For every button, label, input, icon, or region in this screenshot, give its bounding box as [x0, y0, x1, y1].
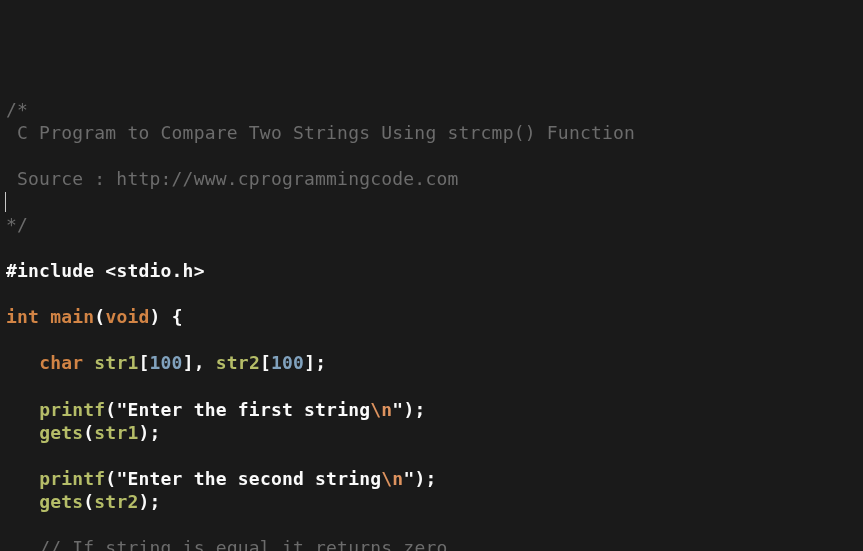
comment-open: /* — [6, 99, 28, 120]
include-header: <stdio.h> — [105, 260, 204, 281]
bracket-close: ] — [183, 352, 194, 373]
paren-close: ) — [403, 399, 414, 420]
paren-open: ( — [105, 399, 116, 420]
comment-close: */ — [6, 214, 28, 235]
paren-close: ) — [138, 491, 149, 512]
call-gets: gets — [39, 422, 83, 443]
text-cursor — [5, 192, 6, 212]
brace-open: { — [172, 306, 183, 327]
call-printf: printf — [39, 399, 105, 420]
comma: , — [194, 352, 205, 373]
paren-close: ) — [150, 306, 161, 327]
bracket-close: ] — [304, 352, 315, 373]
semicolon: ; — [414, 399, 425, 420]
identifier-str1: str1 — [94, 422, 138, 443]
semicolon: ; — [425, 468, 436, 489]
paren-close: ) — [138, 422, 149, 443]
string-first: "Enter the first string — [116, 399, 370, 420]
code-editor[interactable]: /* C Program to Compare Two Strings Usin… — [6, 98, 863, 551]
bracket-open: [ — [260, 352, 271, 373]
paren-open: ( — [83, 491, 94, 512]
call-gets: gets — [39, 491, 83, 512]
call-printf: printf — [39, 468, 105, 489]
bracket-open: [ — [138, 352, 149, 373]
escape-newline: \n — [370, 399, 392, 420]
paren-close: ) — [414, 468, 425, 489]
keyword-void: void — [105, 306, 149, 327]
number-100: 100 — [271, 352, 304, 373]
comment-inline: // If string is equal it returns zero — [39, 537, 447, 551]
identifier-str2: str2 — [94, 491, 138, 512]
comment-line-title: C Program to Compare Two Strings Using s… — [6, 122, 635, 143]
semicolon: ; — [315, 352, 326, 373]
preproc-include: #include — [6, 260, 94, 281]
function-main: main — [50, 306, 94, 327]
paren-open: ( — [105, 468, 116, 489]
identifier-str1: str1 — [94, 352, 138, 373]
identifier-str2: str2 — [216, 352, 260, 373]
number-100: 100 — [150, 352, 183, 373]
string-close: " — [392, 399, 403, 420]
keyword-int: int — [6, 306, 39, 327]
escape-newline: \n — [381, 468, 403, 489]
string-close: " — [403, 468, 414, 489]
semicolon: ; — [150, 422, 161, 443]
paren-open: ( — [83, 422, 94, 443]
keyword-char: char — [39, 352, 83, 373]
paren-open: ( — [94, 306, 105, 327]
semicolon: ; — [150, 491, 161, 512]
comment-line-source: Source : http://www.cprogrammingcode.com — [6, 168, 459, 189]
string-second: "Enter the second string — [116, 468, 381, 489]
